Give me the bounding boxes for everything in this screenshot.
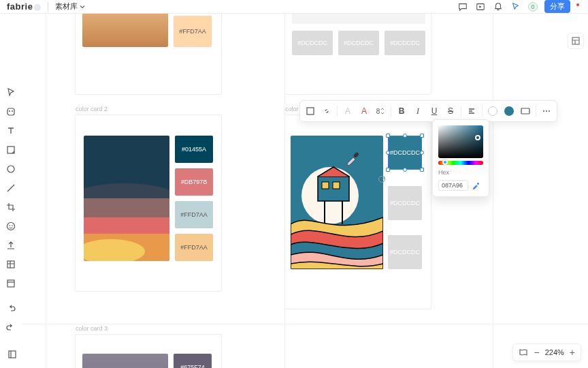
svg-point-32: [477, 183, 479, 185]
crop-tool[interactable]: [3, 199, 19, 215]
svg-point-5: [7, 166, 14, 172]
chat-icon[interactable]: [457, 1, 468, 12]
svg-rect-11: [9, 351, 16, 358]
upload-tool[interactable]: [3, 237, 19, 254]
svg-rect-25: [353, 152, 359, 158]
svg-rect-16: [84, 217, 169, 234]
align-button[interactable]: [464, 104, 479, 119]
map-view-button[interactable]: [519, 348, 528, 357]
svg-point-7: [9, 225, 10, 226]
shape-tool[interactable]: [3, 161, 19, 177]
table-tool[interactable]: [3, 256, 19, 273]
svg-point-6: [7, 223, 15, 230]
swatch[interactable]: #675F74: [174, 354, 212, 368]
selected-swatch[interactable]: #DCDCDC: [388, 136, 422, 170]
strike-button[interactable]: S: [443, 104, 458, 119]
rotate-handle-icon[interactable]: [378, 175, 386, 183]
zoom-out-button[interactable]: −: [534, 347, 539, 358]
font-family-button[interactable]: A: [340, 104, 355, 119]
svg-rect-9: [7, 261, 14, 268]
swatch[interactable]: #DCDCDC: [388, 235, 422, 269]
color-card-4[interactable]: color card: [284, 114, 431, 309]
undo-tool[interactable]: [3, 301, 19, 318]
svg-rect-33: [572, 37, 579, 44]
zoom-in-button[interactable]: +: [570, 347, 575, 358]
svg-point-29: [543, 110, 544, 112]
gridline: [22, 324, 588, 324]
text-tool[interactable]: [3, 123, 19, 139]
card-label: color card 3: [76, 325, 108, 332]
cursor-share-icon[interactable]: [510, 1, 521, 12]
swatch[interactable]: #DCDCDC: [385, 31, 425, 55]
swatch[interactable]: #DB797B: [175, 168, 213, 196]
layers-panel-toggle[interactable]: [4, 346, 20, 363]
color-card-1[interactable]: #FFD7AA: [75, 14, 222, 95]
color-picker: Hex: [432, 119, 489, 197]
bell-icon[interactable]: [493, 1, 504, 12]
layout-tool[interactable]: [3, 275, 19, 292]
swatch[interactable]: #DCDCDC: [388, 186, 422, 220]
select-tool[interactable]: [3, 85, 19, 101]
hex-label: Hex: [438, 169, 483, 176]
gridline: [46, 14, 46, 368]
hex-input[interactable]: [438, 180, 468, 191]
card-label: color card 2: [76, 106, 108, 112]
underline-button[interactable]: U: [427, 104, 442, 119]
swatch[interactable]: #01455A: [175, 136, 213, 163]
shape-rect-icon[interactable]: [303, 104, 318, 119]
format-toolbar: A A 8 B I U S: [299, 100, 557, 122]
presence-avatar[interactable]: 0: [528, 2, 538, 12]
note-tool[interactable]: [3, 142, 19, 158]
color-card-2[interactable]: color card 2 #01455A #DB797B #FFD7AA #FF…: [75, 114, 222, 292]
share-button[interactable]: 分享: [544, 0, 570, 13]
svg-rect-28: [521, 108, 529, 114]
italic-button[interactable]: I: [410, 104, 425, 119]
card-image: [84, 136, 169, 261]
notification-dot-icon: [576, 3, 579, 6]
font-size-stepper[interactable]: 8: [373, 104, 388, 119]
more-button[interactable]: [539, 104, 554, 119]
frame-tool[interactable]: [3, 104, 19, 120]
color-card-3[interactable]: color card 3 #675F74: [75, 334, 222, 368]
link-icon[interactable]: [319, 104, 334, 119]
hue-slider[interactable]: [438, 161, 483, 165]
canvas[interactable]: #FFD7AA color card 2 #01455A #DB797B #FF…: [22, 14, 588, 368]
swatch[interactable]: #FFD7AA: [175, 234, 213, 261]
svg-rect-21: [322, 182, 329, 189]
text-color-button[interactable]: A: [357, 104, 372, 119]
card-image: [82, 354, 168, 368]
fill-color-button[interactable]: [502, 104, 517, 119]
line-tool[interactable]: [3, 180, 19, 196]
swatch[interactable]: #FFD7AA: [174, 16, 212, 47]
color-card-top-right[interactable]: #DCDCDC #DCDCDC #DCDCDC: [284, 14, 431, 95]
svg-point-31: [549, 110, 550, 112]
zoom-level[interactable]: 224%: [545, 348, 564, 356]
present-icon[interactable]: [475, 1, 486, 12]
saturation-box[interactable]: [438, 125, 483, 158]
eyedropper-button[interactable]: [471, 180, 482, 191]
swatch[interactable]: #DCDCDC: [338, 31, 379, 55]
side-panel-toggle[interactable]: [568, 33, 584, 49]
chevron-down-icon: [80, 4, 85, 10]
left-toolbar: [3, 16, 22, 337]
emoji-tool[interactable]: [3, 218, 19, 234]
eyedropper-icon: [344, 148, 363, 167]
notification-dot-wrap: [577, 1, 581, 12]
svg-rect-22: [333, 182, 340, 189]
card-image: [82, 14, 168, 47]
border-style-button[interactable]: [518, 104, 533, 119]
header-divider: [48, 2, 48, 12]
no-fill-button[interactable]: [485, 104, 500, 119]
svg-point-3: [12, 110, 13, 112]
library-dropdown[interactable]: 素材库: [55, 1, 85, 12]
bold-button[interactable]: B: [394, 104, 409, 119]
svg-rect-10: [7, 280, 14, 287]
redo-tool[interactable]: [3, 320, 19, 337]
svg-point-30: [546, 110, 547, 112]
svg-rect-27: [307, 108, 314, 114]
svg-point-8: [12, 225, 13, 226]
card-image: [291, 136, 383, 269]
swatch[interactable]: #FFD7AA: [175, 201, 213, 228]
swatch[interactable]: #DCDCDC: [292, 31, 333, 55]
card-image: [292, 14, 425, 24]
